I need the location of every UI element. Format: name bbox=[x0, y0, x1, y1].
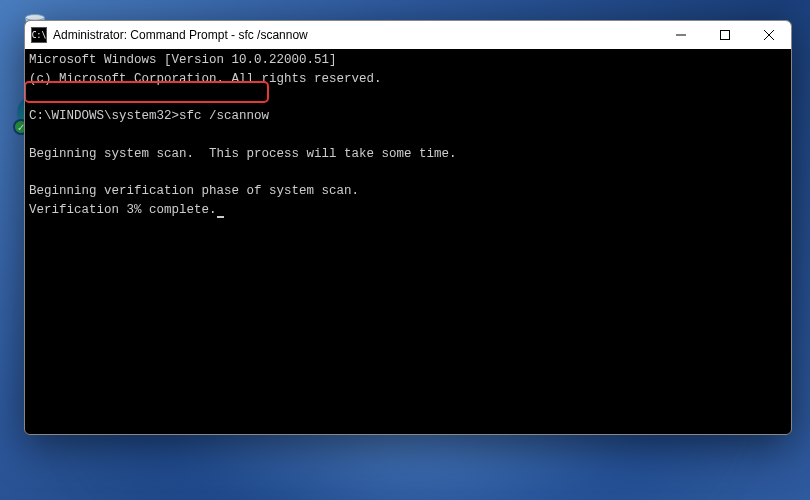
titlebar[interactable]: C:\ Administrator: Command Prompt - sfc … bbox=[25, 21, 791, 49]
terminal-line: Microsoft Windows [Version 10.0.22000.51… bbox=[29, 51, 787, 70]
window-title: Administrator: Command Prompt - sfc /sca… bbox=[53, 28, 659, 42]
terminal-progress-line: Verification 3% complete. bbox=[29, 201, 787, 220]
command-prompt-window: C:\ Administrator: Command Prompt - sfc … bbox=[24, 20, 792, 435]
close-icon bbox=[764, 30, 774, 40]
minimize-button[interactable] bbox=[659, 21, 703, 49]
progress-percent: 3% bbox=[127, 203, 142, 217]
svg-rect-2 bbox=[721, 31, 730, 40]
close-button[interactable] bbox=[747, 21, 791, 49]
maximize-icon bbox=[720, 30, 730, 40]
terminal-prompt-line: C:\WINDOWS\system32>sfc /scannow bbox=[29, 107, 787, 126]
cursor-icon bbox=[217, 216, 224, 218]
maximize-button[interactable] bbox=[703, 21, 747, 49]
terminal-line: Beginning system scan. This process will… bbox=[29, 145, 787, 164]
terminal-output[interactable]: Microsoft Windows [Version 10.0.22000.51… bbox=[25, 49, 791, 222]
terminal-line bbox=[29, 126, 787, 145]
terminal-line: (c) Microsoft Corporation. All rights re… bbox=[29, 70, 787, 89]
entered-command: sfc /scannow bbox=[179, 109, 269, 123]
terminal-line bbox=[29, 89, 787, 108]
terminal-line: Beginning verification phase of system s… bbox=[29, 182, 787, 201]
cmd-icon: C:\ bbox=[31, 27, 47, 43]
minimize-icon bbox=[676, 30, 686, 40]
terminal-line bbox=[29, 164, 787, 183]
prompt-path: C:\WINDOWS\system32> bbox=[29, 109, 179, 123]
